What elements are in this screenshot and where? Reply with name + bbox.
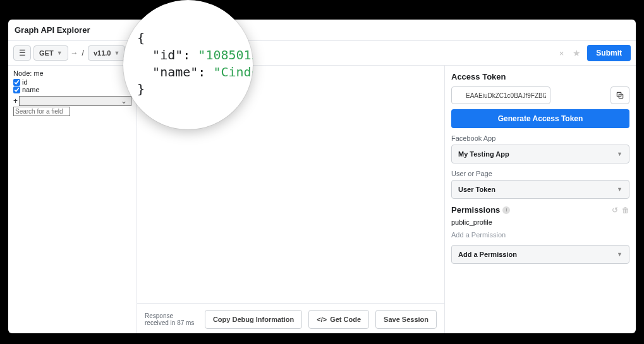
response-time-text: Response received in 87 ms [145,312,198,326]
arrow-right-icon: → [71,49,78,57]
save-session-button[interactable]: Save Session [375,310,437,329]
caret-down-icon: ▼ [617,151,623,157]
submit-button[interactable]: Submit [587,45,631,61]
magnified-json: { "id": "10850128 "name": "Cinder } [137,30,253,98]
node-label: Node: me [13,69,131,77]
field-name-id: id [22,78,28,86]
add-permission-select[interactable]: Add a Permission ▼ [451,245,629,264]
copy-debug-button[interactable]: Copy Debug Information [205,310,302,329]
access-token-input[interactable] [451,86,550,104]
code-icon: </> [317,316,327,323]
user-page-value: User Token [458,186,495,193]
user-page-label: User or Page [451,170,629,177]
info-icon[interactable]: i [502,206,510,214]
hamburger-menu-icon[interactable]: ☰ [13,45,31,61]
trash-icon[interactable]: 🗑 [622,206,629,215]
undo-icon[interactable]: ↺ [612,206,618,215]
user-page-select[interactable]: User Token ▼ [451,180,629,199]
facebook-app-value: My Testing App [458,150,509,158]
main-area: Node: me id name + ⌄ Response received i… [8,66,636,333]
magnifier-lens: { "id": "10850128 "name": "Cinder } [123,0,253,129]
permission-item: public_profile [451,218,629,226]
facebook-app-select[interactable]: My Testing App ▼ [451,145,629,163]
slash-separator: / [81,49,85,57]
version-select[interactable]: v11.0 ▼ [88,45,125,61]
app-window: Graph API Explorer ☰ GET ▼ → / v11.0 ▼ /… [8,20,636,333]
facebook-app-label: Facebook App [451,134,629,142]
fields-sidebar: Node: me id name + ⌄ [8,66,137,333]
permissions-heading: Permissions [451,205,500,215]
star-icon[interactable]: ★ [569,48,585,58]
method-select[interactable]: GET ▼ [33,45,68,61]
method-label: GET [39,49,54,57]
search-field-input[interactable] [13,107,70,116]
caret-down-icon: ▼ [114,50,119,56]
generate-token-button[interactable]: Generate Access Token [451,109,629,128]
add-field-row: + ⌄ [13,96,131,106]
right-panel: Access Token i Generate Access Token Fac… [445,66,636,333]
field-name-name: name [22,86,40,93]
get-code-button[interactable]: </> Get Code [308,310,369,329]
add-field-select[interactable]: ⌄ [19,96,131,106]
response-footer: Response received in 87 ms Copy Debug In… [137,303,444,333]
field-row-id: id [13,78,131,86]
get-code-label: Get Code [330,316,361,323]
field-checkbox-name[interactable] [13,86,20,93]
add-permission-label: Add a Permission [458,251,517,258]
version-label: v11.0 [94,49,111,57]
permissions-header: Permissions i ↺ 🗑 [451,205,629,215]
page-title: Graph API Explorer [8,20,636,41]
token-row: i [451,86,629,104]
copy-icon [616,91,624,100]
add-permission-hint: Add a Permission [451,231,629,239]
caret-down-icon: ▼ [617,186,623,193]
copy-token-button[interactable] [611,86,629,104]
access-token-heading: Access Token [451,72,629,81]
field-row-name: name [13,86,131,93]
plus-icon[interactable]: + [13,97,18,105]
toolbar: ☰ GET ▼ → / v11.0 ▼ / me?fie × ★ Submit [8,41,636,66]
caret-down-icon: ▼ [617,251,623,258]
field-checkbox-id[interactable] [13,79,20,86]
caret-down-icon: ▼ [57,50,63,56]
clear-icon[interactable]: × [557,49,567,58]
